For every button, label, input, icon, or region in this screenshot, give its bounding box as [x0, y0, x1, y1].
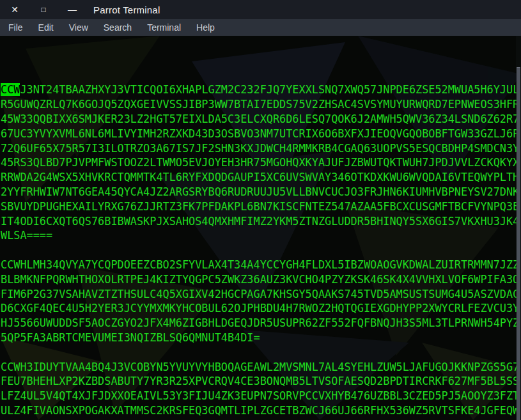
- terminal-line: [1, 243, 521, 258]
- terminal-line: 45W33QQBIXX6SMJKER23LZ2HGT57EIXLDA5C3ELC…: [1, 112, 521, 127]
- terminal-line: FEU7BHEHLXP2KZBDSABUTY7YR3R25XPVCRQV4CE3…: [1, 374, 521, 389]
- terminal-line: LFZ4UL5V4QT4XJFJDXXOEAIVL53Y3FIJU4ZK3EUP…: [1, 389, 521, 403]
- scrollbar[interactable]: [516, 36, 521, 420]
- terminal-line: CCWJ3NT24TBAAZHXYJ3VTICQOI6XHAPLGZM2C232…: [1, 82, 521, 97]
- terminal-line: SBVUYDPUGHEXAILYRXG76ZJJRTZ3FK7PFDAKPL6B…: [1, 199, 521, 214]
- terminal-line: CCWH3IDUYTVAA4BQ4J3VCOBYN5YVUYVYHBOQAGEA…: [1, 360, 521, 375]
- terminal-line: FIM6P2G37VSAHAVZTZTHSULC4Q5XGIXV42HGCPAG…: [1, 287, 521, 302]
- menu-file[interactable]: File: [6, 22, 25, 33]
- scrollbar-thumb[interactable]: [517, 67, 520, 420]
- terminal-line: 72Q6UF65X75R57I3ILOTRZO3A67IS7JF2SHN3KXJ…: [1, 141, 521, 156]
- title-bar: ✕ □ — Parrot Terminal: [0, 0, 521, 19]
- terminal-line: WLSA====: [1, 228, 521, 243]
- terminal-line: [1, 345, 521, 360]
- terminal-line: 45RS3QLBD7PJVPMFWSTOOZ2LTWMO5EVJOYEH3HR7…: [1, 155, 521, 170]
- menu-search[interactable]: Search: [102, 22, 134, 33]
- terminal-line: 5QP5FA3ABRTCMEVUMEI3NQIZBLSQ6QMNUT4B4DI=: [1, 331, 521, 345]
- menu-help[interactable]: Help: [194, 22, 217, 33]
- window-title: Parrot Terminal: [93, 4, 160, 15]
- terminal-line: ULZ4FIVAONSXPOGAKXATMMSC2KRSFEQ3GQMTLIPL…: [1, 403, 521, 418]
- selection-highlight: CCW: [1, 83, 20, 96]
- terminal-line: D6CXGF4QEC4U5H2YER3JCYYMXMKYHCOBUL62OJPH…: [1, 301, 521, 316]
- terminal-line: 2YYFRHWIW7NT6GEA45QYCA4JZ2ARGSRYBQ6RUDRU…: [1, 185, 521, 199]
- terminal-line: HJ5566UWUDDSF5AOCZGYO2JFX4M6ZIGBHLDGEQJD…: [1, 316, 521, 331]
- terminal-line: IT4ODI6CXQT6QS76BIBWASKPJXSAHOS4QMXHMFIM…: [1, 214, 521, 229]
- terminal-line: RRWDA2G4WSX5XHVKRCTQMMTK4TL6RYFXDQDGAUPI…: [1, 170, 521, 185]
- terminal-output: CCWJ3NT24TBAAZHXYJ3VTICQOI6XHAPLGZM2C232…: [0, 36, 521, 420]
- terminal-line: BLBMKNFPQRWHTHOXOLRTPEJ4KIZTYQGPC5ZWKZ36…: [1, 272, 521, 287]
- menu-terminal[interactable]: Terminal: [145, 22, 183, 33]
- minimize-icon[interactable]: —: [66, 4, 78, 15]
- maximize-icon[interactable]: □: [38, 4, 49, 15]
- terminal-window[interactable]: CCWJ3NT24TBAAZHXYJ3VTICQOI6XHAPLGZM2C232…: [0, 36, 521, 420]
- menu-bar: File Edit View Search Terminal Help: [0, 19, 521, 36]
- terminal-line: R5GUWQZRLQ7K6GOJQ5ZQXGEIVVSSJIBP3WW7BTAI…: [1, 97, 521, 112]
- terminal-line: CCWHLMH34QVYA7YCQPDOEEZCBO2SFYVLAX4T34A4…: [1, 258, 521, 272]
- close-icon[interactable]: ✕: [9, 4, 20, 15]
- menu-view[interactable]: View: [67, 22, 90, 33]
- terminal-line: 67UC3YVYXVML6NL6MLIVYIMH2RZXKD43D3OSBVO3…: [1, 127, 521, 141]
- menu-edit[interactable]: Edit: [36, 22, 56, 33]
